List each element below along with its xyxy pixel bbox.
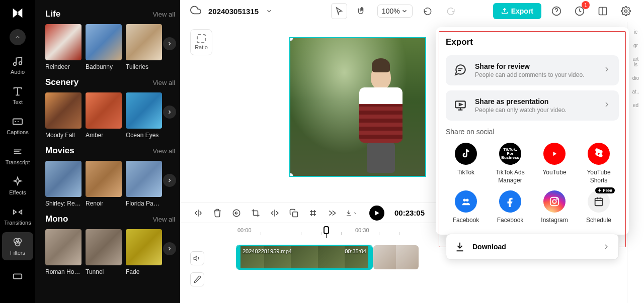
sidebar-item-text[interactable]: Text — [0, 81, 35, 110]
help-icon[interactable] — [548, 3, 565, 19]
social-tiktok[interactable]: TikTok — [446, 143, 486, 184]
download-card[interactable]: Download — [446, 234, 619, 260]
filter-panel: LifeView all Reindeer Badbunny Tuileries… — [35, 0, 180, 303]
filter-thumb[interactable]: Tuileries — [126, 24, 162, 70]
filter-thumb[interactable]: Moody Fall — [45, 92, 82, 139]
delete-icon[interactable] — [211, 207, 223, 219]
sidebar-item-audio[interactable]: Audio — [0, 51, 35, 79]
svg-rect-47 — [595, 198, 603, 206]
sidebar-item-filters[interactable]: Filters — [2, 232, 33, 260]
category-title-movies: Movies — [45, 146, 74, 156]
view-all-link[interactable]: View all — [152, 79, 175, 86]
pointer-tool-icon[interactable] — [331, 3, 347, 19]
social-facebook-group[interactable]: Facebook — [446, 190, 486, 225]
chevron-right-icon — [603, 65, 611, 75]
redo-icon[interactable] — [443, 3, 459, 19]
rail-item[interactable]: gr — [633, 43, 638, 48]
category-title-mono: Mono — [45, 214, 68, 224]
video-clip[interactable] — [373, 245, 419, 269]
rail-item[interactable]: artls — [633, 56, 639, 67]
sidebar-item-transitions[interactable]: Transitions — [0, 202, 35, 230]
svg-marker-34 — [194, 256, 197, 260]
svg-rect-37 — [455, 101, 465, 108]
social-youtube-shorts[interactable]: YouTube Shorts — [579, 143, 619, 184]
settings-icon[interactable] — [618, 3, 634, 19]
share-as-presentation-card[interactable]: Share as presentationPeople can only wat… — [446, 90, 619, 121]
freeze-icon[interactable] — [307, 207, 319, 219]
video-preview[interactable] — [289, 37, 426, 177]
sidebar-label-transcript: Transcript — [6, 159, 30, 165]
filter-thumb[interactable]: Florida Pa… — [126, 161, 162, 207]
crop-timeline-icon[interactable] — [250, 207, 262, 219]
layout-icon[interactable] — [595, 3, 611, 19]
svg-point-45 — [552, 200, 556, 204]
sidebar-label-text: Text — [13, 99, 23, 105]
sidebar-label-captions: Captions — [7, 129, 28, 135]
speed-icon[interactable] — [326, 207, 338, 219]
svg-marker-33 — [375, 211, 379, 215]
filter-thumb[interactable]: Ocean Eyes — [126, 92, 162, 139]
mirror-icon[interactable] — [269, 207, 281, 219]
sidebar-item-keyboard[interactable] — [0, 262, 35, 290]
sidebar-item-effects[interactable]: Effects — [0, 172, 35, 200]
filter-thumb[interactable]: Renoir — [86, 161, 122, 207]
svg-marker-38 — [459, 104, 462, 106]
sidebar-label-transitions: Transitions — [4, 220, 31, 226]
rail-item[interactable]: dio — [632, 75, 639, 81]
rail-item[interactable]: at.. — [632, 89, 639, 94]
video-clip[interactable]: 202402281959.mp4 00:35:04 — [236, 245, 372, 269]
volume-track-icon[interactable] — [190, 251, 204, 265]
view-all-link[interactable]: View all — [152, 11, 175, 18]
filter-thumb[interactable]: Badbunny — [86, 24, 122, 70]
row-next-icon[interactable] — [163, 174, 176, 187]
export-button[interactable]: Export — [493, 3, 541, 19]
filter-thumb[interactable]: Fade — [126, 229, 162, 275]
rail-item[interactable]: ic — [634, 29, 637, 35]
duplicate-icon[interactable] — [288, 207, 300, 219]
social-instagram[interactable]: Instagram — [534, 190, 575, 225]
social-youtube[interactable]: YouTube — [534, 143, 575, 184]
app-logo[interactable] — [9, 4, 27, 22]
svg-point-43 — [466, 199, 469, 202]
svg-rect-28 — [293, 212, 298, 217]
reverse-icon[interactable] — [230, 207, 243, 219]
hand-tool-icon[interactable] — [354, 3, 370, 19]
filter-thumb[interactable]: Amber — [86, 92, 122, 139]
filter-thumb[interactable]: Shirley: Re… — [45, 161, 82, 207]
edit-track-icon[interactable] — [190, 272, 204, 286]
undo-icon[interactable] — [420, 3, 436, 19]
svg-point-42 — [463, 199, 466, 202]
view-all-link[interactable]: View all — [152, 216, 175, 223]
share-for-review-card[interactable]: Share for reviewPeople can add comments … — [446, 55, 619, 85]
chevron-down-icon[interactable] — [266, 8, 273, 15]
row-next-icon[interactable] — [163, 37, 176, 50]
cloud-icon[interactable] — [190, 5, 201, 18]
social-schedule[interactable]: ✦FreeSchedule — [579, 190, 619, 225]
download-clip-icon[interactable] — [345, 207, 357, 219]
free-badge: ✦Free — [595, 187, 615, 193]
playhead[interactable] — [326, 227, 327, 238]
left-sidebar: Audio Text Captions Transcript Effects T… — [0, 0, 35, 303]
project-title[interactable]: 202403051315 — [208, 7, 259, 16]
ratio-button[interactable]: Ratio — [190, 29, 212, 55]
play-button[interactable] — [369, 206, 384, 221]
filter-thumb[interactable]: Roman Ho… — [45, 229, 82, 275]
collapse-icon[interactable] — [10, 29, 26, 45]
filter-thumb[interactable]: Tunnel — [86, 229, 122, 275]
social-tiktok-ads[interactable]: TikTok:For BusinessTikTok Ads Manager — [490, 143, 530, 184]
sidebar-item-transcript[interactable]: Transcript — [0, 142, 35, 170]
row-next-icon[interactable] — [163, 106, 176, 119]
view-all-link[interactable]: View all — [152, 147, 175, 155]
rail-item[interactable]: ed — [633, 103, 638, 108]
zoom-dropdown[interactable]: 100% — [377, 5, 413, 18]
social-facebook[interactable]: Facebook — [490, 190, 530, 225]
split-icon[interactable] — [192, 207, 204, 219]
export-panel: Export Share for reviewPeople can add co… — [436, 27, 629, 235]
sidebar-label-effects: Effects — [9, 189, 26, 195]
chevron-right-icon — [603, 100, 611, 111]
filter-thumb[interactable]: Reindeer — [45, 24, 82, 70]
history-icon[interactable]: 1 — [572, 3, 588, 19]
sidebar-item-captions[interactable]: Captions — [0, 112, 35, 140]
row-next-icon[interactable] — [163, 242, 176, 255]
svg-point-16 — [625, 10, 627, 13]
